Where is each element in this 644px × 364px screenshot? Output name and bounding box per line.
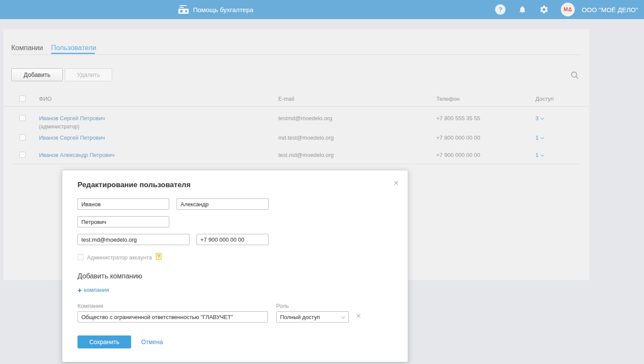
role-select[interactable]: Полный доступ [276, 311, 349, 322]
row-checkbox[interactable] [19, 152, 26, 158]
screen: Помощь бухгалтера ? МΔ ООО "МОЁ ДЕЛО" Ко… [0, 0, 644, 364]
select-all-checkbox[interactable] [19, 96, 26, 102]
avatar[interactable]: МΔ [561, 3, 575, 16]
column-header-name: ФИО [39, 96, 52, 102]
email-field[interactable] [77, 234, 190, 245]
access-count: 1 [535, 152, 538, 158]
last-name-field[interactable] [77, 198, 169, 210]
access-dropdown[interactable]: 3 [535, 115, 544, 121]
chevron-down-icon [541, 136, 544, 139]
tabs-separator [11, 54, 580, 55]
active-tab-underline [51, 53, 95, 54]
role-selected-value: Полный доступ [280, 314, 320, 320]
chevron-down-icon [341, 315, 345, 319]
bell-icon[interactable] [518, 5, 527, 14]
add-user-button[interactable]: Добавить [11, 68, 63, 81]
phone-field[interactable] [196, 234, 269, 245]
user-email: test.md@moedelo.org [278, 152, 334, 158]
accountant-help-icon [178, 5, 189, 14]
app-title: Помощь бухгалтера [193, 6, 253, 13]
account-name[interactable]: ООО "МОЁ ДЕЛО" [582, 6, 638, 13]
role-label: Роль [276, 303, 289, 309]
edit-user-modal: Редактирование пользователя ✕ Администра… [62, 170, 408, 362]
plus-icon: + [77, 286, 82, 294]
user-email: testmd@moedelo.org [278, 115, 332, 121]
user-name-link[interactable]: Иванов Сергей Петрович [39, 115, 105, 121]
user-phone: +7 900 000 00 00 [436, 152, 480, 158]
company-field[interactable] [77, 311, 268, 322]
table-header-separator [3, 106, 589, 107]
row-checkbox[interactable] [19, 134, 26, 140]
access-count: 1 [535, 134, 538, 141]
company-label: Компания [77, 303, 103, 309]
delete-user-button[interactable]: Удалить [65, 68, 112, 81]
admin-checkbox[interactable] [77, 254, 84, 260]
help-glyph: ? [499, 6, 502, 13]
user-phone: +7 800 000 00 00 [436, 134, 480, 141]
user-name-link[interactable]: Иванов Александр Петрович [39, 152, 114, 158]
access-dropdown[interactable]: 1 [535, 152, 544, 158]
user-role-note: (администратор) [39, 124, 79, 130]
help-icon[interactable]: ? [495, 4, 506, 15]
user-name-link[interactable]: Иванов Сергей Петрович [39, 134, 105, 141]
add-company-heading: Добавить компанию [77, 272, 142, 280]
access-dropdown[interactable]: 1 [535, 134, 544, 141]
middle-name-field[interactable] [77, 216, 169, 227]
user-phone: +7 800 555 35 55 [436, 115, 480, 121]
app-title-group: Помощь бухгалтера [178, 0, 253, 19]
column-header-phone: Телефон [436, 96, 460, 102]
chevron-down-icon [541, 116, 544, 120]
modal-title: Редактирование пользователя [77, 181, 190, 189]
gear-icon[interactable] [539, 5, 549, 14]
first-name-field[interactable] [177, 198, 269, 210]
remove-company-icon[interactable]: ✕ [356, 312, 361, 320]
search-icon[interactable] [570, 71, 579, 80]
add-company-link[interactable]: +компания [77, 286, 109, 295]
tab-users[interactable]: Пользователи [51, 44, 96, 52]
row-checkbox[interactable] [19, 115, 26, 121]
save-button[interactable]: Сохранить [77, 335, 131, 348]
column-header-email: E-mail [278, 96, 294, 102]
add-company-link-label: компания [84, 287, 109, 293]
admin-checkbox-label: Администратор аккаунта [87, 254, 152, 261]
cancel-link[interactable]: Отмена [141, 338, 163, 345]
chevron-down-icon [541, 153, 544, 156]
tab-companies[interactable]: Компании [11, 44, 43, 52]
help-badge-icon[interactable]: ? [156, 253, 161, 260]
close-icon[interactable]: ✕ [393, 179, 399, 187]
top-right-controls: ? МΔ ООО "МОЁ ДЕЛО" [495, 0, 638, 19]
user-email: md.test@moedelo.org [278, 134, 334, 141]
table-bottom-separator [11, 164, 580, 164]
avatar-initials: МΔ [564, 6, 572, 13]
top-bar: Помощь бухгалтера ? МΔ ООО "МОЁ ДЕЛО" [0, 0, 644, 19]
access-count: 3 [535, 115, 538, 121]
column-header-access: Доступ [535, 96, 554, 102]
